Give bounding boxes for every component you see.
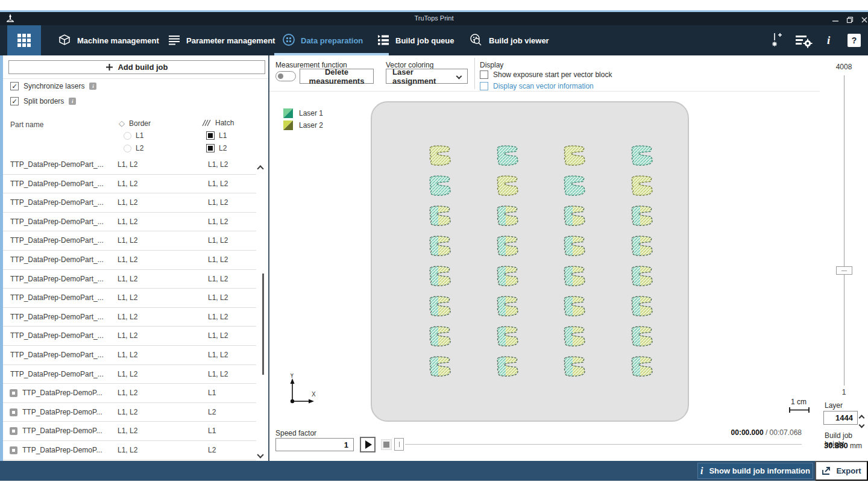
build-part[interactable] — [628, 145, 655, 166]
build-job-viewer-icon — [469, 33, 483, 49]
build-part[interactable] — [561, 175, 587, 196]
scroll-down-icon[interactable] — [258, 449, 263, 460]
build-part[interactable] — [426, 355, 453, 377]
layer-slider-track[interactable] — [844, 75, 844, 386]
stop-button[interactable] — [381, 439, 392, 450]
border-l2-option[interactable]: L2 — [124, 144, 143, 152]
build-part[interactable] — [628, 205, 655, 227]
timeline-track[interactable] — [405, 444, 802, 445]
synchronize-lasers-option[interactable]: ✓ Synchronize lasers i — [10, 82, 96, 90]
show-exposure-start-option[interactable]: Show exposure start per vector block — [480, 70, 612, 79]
build-plate-canvas[interactable]: Laser 1 Laser 2 Y X 1 cm — [269, 92, 820, 428]
build-part[interactable] — [494, 325, 520, 347]
build-part[interactable] — [426, 175, 453, 196]
hatch-l2-checkbox[interactable] — [206, 144, 215, 152]
hatch-l1-checkbox[interactable] — [206, 131, 215, 140]
build-part[interactable] — [494, 355, 520, 377]
build-part[interactable] — [628, 265, 655, 287]
table-row[interactable]: TTP_DataPrep-DemoPart_...L1, L2L1, L2 — [3, 155, 256, 175]
table-row[interactable]: TTP_DataPrep-DemoP...L1, L2L1 — [3, 384, 256, 403]
close-button[interactable] — [861, 15, 868, 22]
table-row[interactable]: TTP_DataPrep-DemoPart_...L1, L2L1, L2 — [3, 365, 256, 384]
table-row[interactable]: TTP_DataPrep-DemoPart_...L1, L2L1, L2 — [3, 308, 256, 327]
scroll-up-icon[interactable] — [258, 163, 263, 174]
tab-data-preparation[interactable]: Data preparation — [282, 25, 363, 55]
build-part[interactable] — [561, 325, 587, 347]
tab-build-job-queue[interactable]: Build job queue — [377, 25, 454, 55]
help-icon[interactable]: ? — [848, 32, 861, 49]
table-row[interactable]: TTP_DataPrep-DemoPart_...L1, L2L1, L2 — [3, 270, 256, 289]
build-part[interactable] — [494, 235, 520, 257]
build-part[interactable] — [426, 325, 453, 347]
show-exposure-start-checkbox[interactable] — [480, 70, 488, 79]
settings-list-icon[interactable] — [794, 32, 813, 49]
restore-button[interactable] — [846, 15, 855, 22]
build-part[interactable] — [628, 355, 655, 377]
split-borders-checkbox[interactable]: ✓ — [10, 97, 19, 105]
hatch-l2-option[interactable]: L2 — [206, 144, 227, 152]
add-laser-icon[interactable] — [767, 32, 784, 49]
play-button[interactable] — [360, 437, 376, 452]
build-part[interactable] — [628, 175, 655, 196]
build-part[interactable] — [561, 265, 587, 287]
display-scan-vector-checkbox[interactable] — [480, 82, 488, 90]
build-part[interactable] — [494, 145, 520, 166]
table-row[interactable]: TTP_DataPrep-DemoPart_...L1, L2L1, L2 — [3, 251, 256, 270]
table-row[interactable]: TTP_DataPrep-DemoPart_...L1, L2L1, L2 — [3, 327, 256, 346]
part-name-cell: TTP_DataPrep-DemoP... — [22, 427, 102, 435]
tab-machine-management[interactable]: Machine management — [57, 25, 159, 55]
divider — [3, 78, 268, 79]
split-borders-option[interactable]: ✓ Split borders i — [10, 97, 76, 105]
build-part[interactable] — [426, 205, 453, 227]
info-icon[interactable]: i — [827, 32, 830, 49]
home-grid-button[interactable] — [7, 25, 41, 55]
info-icon: i — [700, 466, 703, 477]
delete-measurements-button[interactable]: Delete measurements — [300, 69, 374, 84]
build-part[interactable] — [494, 295, 520, 317]
hatch-l1-option[interactable]: L1 — [206, 131, 227, 140]
table-row[interactable]: TTP_DataPrep-DemoP...L1, L2L1 — [3, 422, 256, 441]
border-l1-radio[interactable] — [124, 132, 131, 140]
build-part[interactable] — [561, 145, 587, 166]
build-part[interactable] — [561, 355, 587, 377]
tab-parameter-management[interactable]: Parameter management — [168, 25, 275, 55]
layer-spin-down-icon[interactable] — [860, 419, 864, 430]
build-part[interactable] — [494, 175, 520, 196]
export-button[interactable]: Export — [815, 461, 868, 481]
table-row[interactable]: TTP_DataPrep-DemoPart_...L1, L2L1, L2 — [3, 346, 256, 365]
list-scrollbar-thumb[interactable] — [262, 274, 264, 375]
table-row[interactable]: TTP_DataPrep-DemoP...L1, L2L2 — [3, 441, 256, 460]
table-row[interactable]: TTP_DataPrep-DemoP...L1, L2L2 — [3, 403, 256, 422]
table-row[interactable]: TTP_DataPrep-DemoPart_...L1, L2L1, L2 — [3, 213, 256, 232]
table-row[interactable]: TTP_DataPrep-DemoPart_...L1, L2L1, L2 — [3, 193, 256, 213]
layer-slider-handle[interactable] — [836, 266, 852, 275]
build-part[interactable] — [628, 235, 655, 257]
build-part[interactable] — [561, 205, 587, 227]
build-part[interactable] — [628, 325, 655, 347]
tab-build-job-viewer[interactable]: Build job viewer — [469, 25, 549, 55]
build-part[interactable] — [426, 265, 453, 287]
build-part[interactable] — [628, 295, 655, 317]
display-scan-vector-option[interactable]: Display scan vector information — [480, 82, 594, 90]
synchronize-lasers-checkbox[interactable]: ✓ — [10, 82, 19, 90]
vector-coloring-select[interactable]: Laser assignment — [386, 69, 468, 84]
timeline-handle[interactable] — [394, 438, 404, 451]
layer-input[interactable] — [823, 411, 858, 425]
add-build-job-button[interactable]: Add build job — [8, 60, 265, 74]
build-part[interactable] — [494, 265, 520, 287]
minimize-button[interactable] — [832, 15, 840, 22]
build-part[interactable] — [426, 295, 453, 317]
build-part[interactable] — [561, 235, 587, 257]
table-row[interactable]: TTP_DataPrep-DemoPart_...L1, L2L1, L2 — [3, 289, 256, 308]
build-part[interactable] — [561, 295, 587, 317]
build-part[interactable] — [426, 145, 453, 166]
border-l1-option[interactable]: L1 — [124, 131, 143, 140]
measurement-toggle[interactable] — [275, 71, 296, 81]
build-part[interactable] — [426, 235, 453, 257]
table-row[interactable]: TTP_DataPrep-DemoPart_...L1, L2L1, L2 — [3, 231, 256, 251]
speed-factor-input[interactable] — [275, 438, 354, 451]
build-part[interactable] — [494, 205, 520, 227]
show-build-job-info-button[interactable]: i Show build job information — [697, 463, 813, 479]
border-l2-radio[interactable] — [124, 145, 131, 152]
table-row[interactable]: TTP_DataPrep-DemoPart_...L1, L2L1, L2 — [3, 175, 256, 194]
